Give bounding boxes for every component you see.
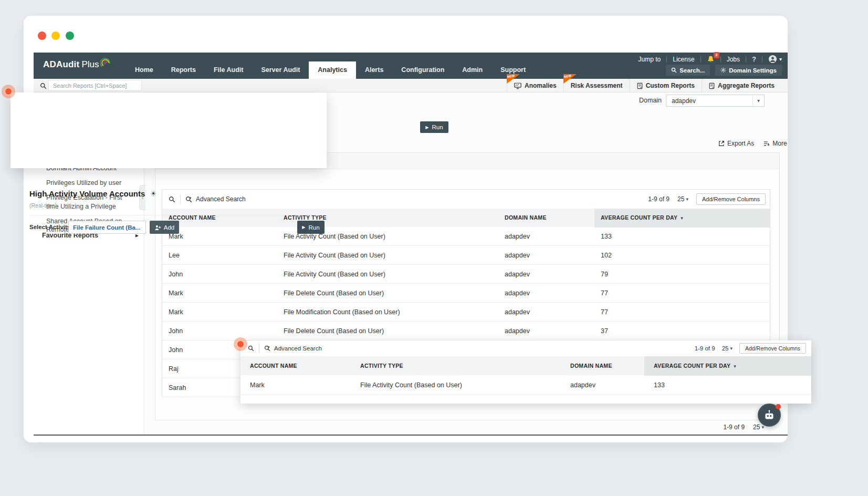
nav-server-audit[interactable]: Server Audit: [252, 61, 309, 79]
notifications-button[interactable]: 2: [707, 55, 715, 63]
table-row[interactable]: JohnFile Delete Count (Based on User)ada…: [162, 322, 770, 340]
divider: [762, 56, 762, 63]
add-remove-columns-button[interactable]: Add/Remove Columns: [739, 343, 806, 354]
tab-risk-assessment[interactable]: NEW Risk Assessment: [563, 79, 630, 92]
window-maximize-button[interactable]: [66, 32, 74, 40]
play-icon: ▶: [425, 125, 428, 130]
report-category-tabs: NEW Anomalies NEW Risk Assessment Custom…: [507, 79, 781, 92]
notification-badge: 2: [714, 52, 719, 58]
column-header-domain-name[interactable]: DOMAIN NAME: [498, 209, 594, 228]
tab-anomalies[interactable]: NEW Anomalies: [507, 79, 563, 92]
divider: [666, 56, 667, 63]
table-row[interactable]: JohnFile Activity Count (Based on User)a…: [162, 265, 770, 284]
nav-home[interactable]: Home: [126, 61, 162, 79]
domain-select[interactable]: adapdev ▾: [666, 95, 765, 107]
nav-file-audit[interactable]: File Audit: [205, 61, 252, 79]
logo-swoosh-icon: [100, 57, 111, 68]
column-header-average-count[interactable]: AVERAGE COUNT PER DAY▾: [644, 356, 811, 376]
page-size-dropdown[interactable]: 25 ▾: [677, 195, 688, 203]
sidebar-report-item[interactable]: Privileges Utilized by user: [46, 179, 134, 188]
advanced-search-label[interactable]: Advanced Search: [274, 345, 322, 352]
table-row[interactable]: MarkFile Modification Count (Based on Us…: [162, 303, 770, 322]
table-toolbar: Advanced Search 1-9 of 9 25 ▾ Add/Remove…: [162, 190, 770, 209]
nav-analytics[interactable]: Analytics: [309, 61, 356, 79]
column-header-account-name[interactable]: ACCOUNT NAME: [162, 209, 277, 228]
cell-avg_count: 79: [594, 265, 770, 283]
overlay-table-toolbar: Advanced Search 1-9 of 9 25 ▾ Add/Remove…: [240, 340, 811, 356]
cell-domain_name: adapdev: [498, 227, 594, 245]
cell-account_name: Mark: [162, 284, 277, 302]
nav-admin[interactable]: Admin: [453, 61, 491, 79]
logo-text-primary: ADAudit: [43, 59, 79, 70]
header-button-row: Search... Domain Settings: [666, 65, 782, 76]
advanced-search-label[interactable]: Advanced Search: [196, 195, 246, 203]
select-activity-label: Select Activity: [29, 224, 70, 230]
overlay-table-header-row: ACCOUNT NAME ACTIVITY TYPE DOMAIN NAME A…: [240, 356, 811, 375]
more-button[interactable]: More: [764, 140, 787, 147]
table-row[interactable]: LeeFile Activity Count (Based on User)ad…: [162, 246, 770, 265]
cell-activity_type: File Modification Count (Based on User): [277, 303, 498, 321]
help-button[interactable]: ?: [752, 55, 756, 63]
search-reports-input[interactable]: [48, 80, 142, 91]
advanced-search-icon[interactable]: [264, 345, 270, 352]
table-row[interactable]: MarkFile Activity Count (Based on User)a…: [240, 375, 811, 395]
click-indicator: [2, 85, 15, 98]
main-nav: Home Reports File Audit Server Audit Ana…: [126, 61, 535, 79]
sort-desc-icon: ▾: [681, 215, 683, 221]
window-close-button[interactable]: [38, 32, 46, 40]
panel-footer-pagination: 1-9 of 9 25 ▾: [651, 423, 764, 431]
gear-icon: [720, 67, 726, 73]
table-row[interactable]: MarkFile Delete Count (Based on User)ada…: [162, 284, 770, 303]
cell-account_name: Mark: [162, 227, 277, 245]
activity-select-value: File Failure Count (Ba...: [73, 224, 140, 231]
chat-notification-dot: [776, 404, 781, 409]
column-header-account-name[interactable]: ACCOUNT NAME: [240, 356, 351, 376]
popup-run-button[interactable]: ▶ Run: [297, 221, 325, 234]
cell-domain_name: adapdev: [561, 375, 644, 395]
report-doc-icon: [637, 82, 643, 89]
cell-activity_type: File Delete Count (Based on User): [277, 322, 498, 340]
export-icon: [718, 140, 725, 147]
popup-subtitle: (Real-time): [29, 202, 57, 209]
page-size-dropdown[interactable]: 25 ▾: [722, 345, 733, 352]
user-menu-button[interactable]: ▾: [768, 55, 782, 64]
sun-icon: ☀: [150, 190, 156, 198]
activity-select[interactable]: File Failure Count (Ba...: [68, 221, 146, 234]
cell-avg_count: 102: [594, 246, 770, 264]
table-search-icon[interactable]: [169, 196, 175, 203]
nav-alerts[interactable]: Alerts: [356, 61, 392, 79]
divider: [700, 56, 701, 63]
cell-avg_count: 77: [594, 303, 770, 321]
search-reports-icon[interactable]: [40, 82, 47, 91]
column-header-domain-name[interactable]: DOMAIN NAME: [561, 356, 644, 376]
export-as-button[interactable]: Export As: [718, 140, 754, 147]
table-toolbar-right: 1-9 of 9 25 ▾ Add/Remove Columns: [648, 190, 766, 209]
column-header-average-count[interactable]: AVERAGE COUNT PER DAY▾: [594, 209, 770, 228]
table-search-icon[interactable]: [248, 345, 254, 352]
cell-domain_name: adapdev: [498, 265, 594, 283]
tab-custom-reports[interactable]: Custom Reports: [630, 79, 702, 92]
cell-account_name: John: [162, 322, 277, 340]
tab-aggregate-reports[interactable]: Aggregate Reports: [702, 79, 781, 92]
chevron-down-icon: ▾: [752, 95, 764, 106]
jump-to-link[interactable]: Jump to: [639, 56, 661, 63]
cell-account_name: Mark: [162, 303, 277, 321]
license-link[interactable]: License: [673, 56, 694, 63]
advanced-search-icon[interactable]: [185, 196, 192, 203]
high-activity-popup: High Activity Volume Accounts ☀ (Real-ti…: [11, 92, 327, 168]
add-remove-columns-button[interactable]: Add/Remove Columns: [696, 193, 766, 205]
nav-configuration[interactable]: Configuration: [392, 61, 453, 79]
header-utility-row: Jump to License 2 Jobs ? ▾: [639, 55, 782, 64]
overlay-results-card: Advanced Search 1-9 of 9 25 ▾ Add/Remove…: [240, 340, 811, 404]
global-search-button[interactable]: Search...: [666, 65, 710, 76]
domain-select-value: adapdev: [666, 97, 752, 105]
window-minimize-button[interactable]: [51, 32, 60, 40]
column-header-activity-type[interactable]: ACTIVITY TYPE: [351, 356, 561, 376]
table-row[interactable]: MarkFile Activity Count (Based on User)a…: [162, 227, 770, 246]
add-activity-button[interactable]: Add: [150, 221, 179, 234]
cell-domain_name: adapdev: [498, 284, 594, 302]
nav-reports[interactable]: Reports: [162, 61, 205, 79]
domain-settings-button[interactable]: Domain Settings: [715, 65, 782, 76]
jobs-link[interactable]: Jobs: [727, 56, 740, 63]
run-report-button[interactable]: ▶ Run: [420, 121, 448, 133]
